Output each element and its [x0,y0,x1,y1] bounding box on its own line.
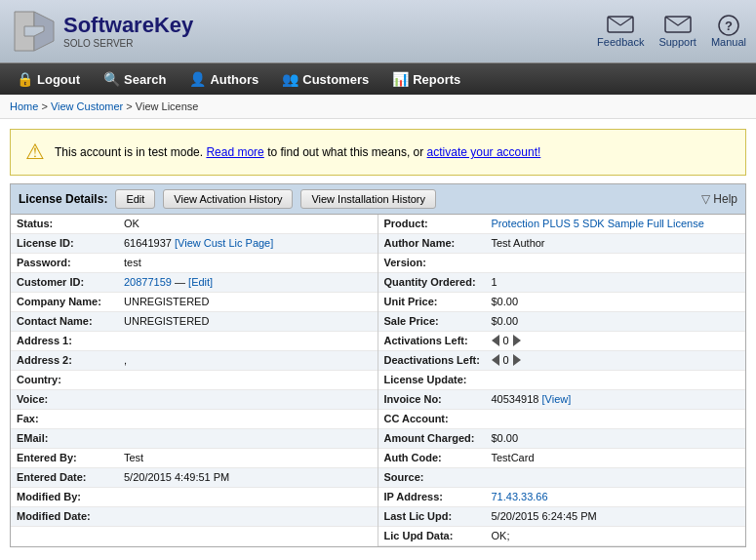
field-label: Fax: [17,413,124,425]
help-button[interactable]: ▽ Help [701,192,737,206]
field-value: , [124,354,127,367]
field-label: Quantity Ordered: [384,276,492,289]
right-field-row: Author Name:Test Author [378,234,746,254]
left-field-row: Modified By: [11,488,378,507]
field-label: Voice: [17,393,124,406]
increment-button[interactable] [513,335,521,346]
breadcrumb: Home > View Customer > View License [0,95,756,119]
field-label: Address 1: [17,335,124,347]
left-column: Status:OKLicense ID:61641937 [View Cust … [11,215,378,546]
left-field-row: Country: [11,371,378,390]
product-link[interactable]: 71.43.33.66 [492,491,548,502]
left-field-row: Customer ID:20877159 — [Edit] [11,273,378,293]
svg-marker-1 [34,12,54,51]
navbar: 🔒 Logout 🔍 Search 👤 Authors 👥 Customers … [0,63,756,95]
logo-area: SoftwareKey SOLO SERVER [0,7,193,56]
warning-read-more-link[interactable]: Read more [206,145,263,159]
field-value: 61641937 [View Cust Lic Page] [124,237,273,250]
edit-button[interactable]: Edit [115,189,155,209]
left-field-row: Entered Date:5/20/2015 4:49:51 PM [11,468,378,488]
left-field-row: EMail: [11,429,378,449]
right-field-row: License Update: [378,371,746,390]
left-field-row: Contact Name:UNREGISTERED [11,312,378,332]
right-field-row: Amount Charged:$0.00 [378,429,746,449]
customer-id-link[interactable]: 20877159 [124,276,172,288]
field-label: Deactivations Left: [384,354,492,367]
right-field-row: Last Lic Upd:5/20/2015 6:24:45 PM [378,507,746,527]
two-column-layout: Status:OKLicense ID:61641937 [View Cust … [11,215,745,546]
left-field-row: Address 2:, [11,351,378,371]
reports-icon: 📊 [392,71,409,87]
svg-line-3 [608,17,620,25]
logo-name: SoftwareKey [63,14,193,37]
left-field-row: Status:OK [11,215,378,234]
left-field-row: Password:test [11,254,378,273]
nav-authors[interactable]: 👤 Authors [178,63,270,95]
view-activation-history-button[interactable]: View Activation History [163,189,293,209]
field-label: Version: [384,257,492,269]
increment-button[interactable] [513,354,521,366]
invoice-view-link[interactable]: [View] [542,393,572,405]
right-field-row: Quantity Ordered:1 [378,273,746,293]
right-column: Product:Protection PLUS 5 SDK Sample Ful… [378,215,746,546]
breadcrumb-home[interactable]: Home [10,100,38,112]
decrement-button[interactable] [492,354,499,366]
field-label: Entered Date: [17,471,124,484]
feedback-icon [607,15,634,36]
logout-icon: 🔒 [17,71,33,87]
counter-value: 0 [503,335,509,346]
field-value: TestCard [492,452,535,464]
breadcrumb-view-customer[interactable]: View Customer [51,100,123,112]
decrement-button[interactable] [492,335,499,346]
field-value: 40534918 [View] [492,393,572,406]
field-label: Last Lic Upd: [384,510,492,523]
counter-row: 0 [492,354,521,366]
field-label: Activations Left: [384,335,492,347]
view-cust-lic-page-link[interactable]: [View Cust Lic Page] [175,237,273,249]
field-value: $0.00 [492,432,519,445]
manual-icon: ? [715,15,742,36]
field-value: OK; [492,530,510,542]
field-value: 20877159 — [Edit] [124,276,213,289]
right-field-row: IP Address:71.43.33.66 [378,488,746,507]
support-icon [664,15,692,36]
nav-search[interactable]: 🔍 Search [92,63,178,95]
warning-banner: ⚠ This account is in test mode. Read mor… [10,129,746,176]
field-label: Entered By: [17,452,124,464]
field-label: Sale Price: [384,315,492,328]
logo-text-block: SoftwareKey SOLO SERVER [63,14,193,48]
view-installation-history-button[interactable]: View Installation History [300,189,436,209]
manual-link[interactable]: ? Manual [711,15,746,48]
field-label: Product: [384,218,492,230]
logo-sub: SOLO SERVER [63,38,193,49]
product-link[interactable]: Protection PLUS 5 SDK Sample Full Licens… [492,218,704,229]
svg-line-4 [620,17,633,25]
right-field-row: Deactivations Left: 0 [378,351,746,371]
warning-activate-link[interactable]: activate your account! [427,145,541,159]
right-field-row: Sale Price:$0.00 [378,312,746,332]
right-field-row: Version: [378,254,746,273]
left-field-row: Address 1: [11,332,378,351]
field-label: Contact Name: [17,315,124,328]
right-field-row: Unit Price:$0.00 [378,293,746,312]
left-field-row: License ID:61641937 [View Cust Lic Page] [11,234,378,254]
field-label: EMail: [17,432,124,445]
feedback-link[interactable]: Feedback [597,15,644,48]
nav-reports[interactable]: 📊 Reports [380,63,472,95]
nav-logout[interactable]: 🔒 Logout [5,63,92,95]
customer-id-edit-link[interactable]: [Edit] [188,276,213,288]
right-field-row: Activations Left: 0 [378,332,746,351]
support-link[interactable]: Support [658,15,696,48]
breadcrumb-current: View License [136,100,199,112]
nav-customers[interactable]: 👥 Customers [270,63,380,95]
main-content: Status:OKLicense ID:61641937 [View Cust … [10,215,746,547]
field-label: Modified By: [17,491,124,503]
svg-text:?: ? [725,19,733,33]
field-label: Customer ID: [17,276,124,289]
field-label: Lic Upd Data: [384,530,492,542]
field-label: IP Address: [384,491,492,503]
field-value: Test [124,452,143,464]
warning-icon: ⚠ [25,140,45,165]
field-label: Unit Price: [384,296,492,308]
field-label: License Update: [384,374,492,386]
